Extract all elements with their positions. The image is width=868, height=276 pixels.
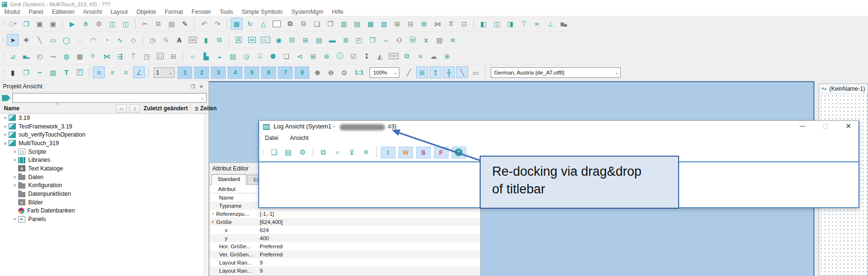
grid-layout-button[interactable]: ▦ <box>364 18 376 30</box>
log-scroll-end-button[interactable]: ⊻ <box>346 146 358 159</box>
layer-5-button[interactable]: 5 <box>244 66 259 79</box>
view-phone-button[interactable]: ▯ <box>130 105 140 113</box>
grid-snap-button[interactable]: ⊞ <box>416 66 428 78</box>
log-menu-datei[interactable]: Datei <box>265 135 278 141</box>
align-center-button[interactable]: ◫ <box>491 18 503 30</box>
expander-icon[interactable]: > <box>11 175 18 180</box>
vision-widget-button[interactable]: Ⓦ <box>407 34 418 46</box>
window-copy-button[interactable]: ⧉ <box>401 50 413 62</box>
flip-vertical-button[interactable]: ⧖ <box>445 18 457 30</box>
trend-chart-button[interactable]: ⊿ <box>7 50 19 62</box>
snap-diagonal-button[interactable]: ╲ <box>456 66 468 78</box>
flip-horizontal-button[interactable]: ⋈ <box>431 18 443 30</box>
log-window-titlebar[interactable]: Log Ansicht (System1 - #3) — ▢ ✕ <box>259 121 858 133</box>
ungroup-button[interactable]: ❒ <box>324 18 336 30</box>
slider-widget-button[interactable]: ⇔ <box>380 34 392 46</box>
attribute-value[interactable]: 624 <box>260 227 269 233</box>
text-tool-button[interactable]: A <box>173 34 185 46</box>
tree-item-panels[interactable]: >▶Panels <box>0 215 204 223</box>
tree-item-multitouch-319[interactable]: ∨MultiTouch_319 <box>0 139 204 148</box>
filter-severe-toggle[interactable]: S <box>416 147 431 159</box>
column-header-name[interactable]: Name <box>4 105 20 112</box>
menu-editieren[interactable]: Editieren <box>52 9 74 15</box>
save-button[interactable]: ▣ <box>33 18 45 30</box>
panel-nodes-button[interactable]: ◫ <box>120 18 132 30</box>
pin-tree-button[interactable]: ⍑ <box>127 50 139 62</box>
info-panel-button[interactable]: ⓘ <box>334 50 346 62</box>
expander-icon[interactable]: > <box>11 149 18 154</box>
tab-standard[interactable]: Standard <box>211 174 246 185</box>
filter-info-toggle[interactable]: I <box>381 147 396 159</box>
panel-user-button[interactable]: ◫ <box>106 18 118 30</box>
embedded-module-button[interactable]: ⧉ <box>213 34 225 46</box>
menu-simple-symbols[interactable]: Simple Symbols <box>242 9 283 15</box>
rows-layout-button[interactable]: ▧ <box>378 18 390 30</box>
menu-hilfe[interactable]: Hilfe <box>332 9 343 15</box>
tree-item-datenpunktlisten[interactable]: Datenpunktlisten <box>0 190 204 198</box>
menu-format[interactable]: Format <box>165 9 183 15</box>
zoom-select-button[interactable]: ⊙ <box>338 66 350 78</box>
redo-button[interactable]: ↷ <box>211 18 223 30</box>
toggle-widget-button[interactable]: ⊛ <box>320 50 332 62</box>
attribute-value[interactable]: 400 <box>260 235 269 241</box>
filter-flag-icon[interactable] <box>2 95 11 101</box>
network-tree-button[interactable]: ⇶ <box>114 50 126 62</box>
tree-item-konfiguration[interactable]: >Konfiguration <box>0 181 204 190</box>
expander-icon[interactable]: ∨ <box>209 220 216 224</box>
x-curve-widget-button[interactable]: x <box>420 34 432 46</box>
label-ab-cd-button[interactable]: AB <box>246 34 258 46</box>
node-slider-button[interactable]: ⊸ <box>47 50 59 62</box>
log-settings-gear-button[interactable]: ⚙ <box>297 146 309 159</box>
list-widget-button[interactable]: ≡ <box>414 50 426 62</box>
menu-tools[interactable]: Tools <box>220 9 233 15</box>
pump-widget-button[interactable]: ⍉ <box>160 34 172 46</box>
undo-button[interactable]: ↶ <box>198 18 210 30</box>
size-chart-button[interactable]: ▆▄ <box>558 18 570 30</box>
log-clear-button[interactable]: ✕ <box>360 146 373 159</box>
angle-tool-button[interactable]: ∠ <box>133 66 145 78</box>
attribute-value[interactable]: 9 <box>260 268 263 274</box>
label-a-button[interactable]: A <box>232 34 244 46</box>
attribute-row-referenzpu-[interactable]: >Referenzpu...[-1,-1] <box>209 210 480 218</box>
log-search-button[interactable]: ⌕ <box>331 146 344 159</box>
new-panel-button[interactable]: ▢+ <box>7 18 19 30</box>
mini-table-button[interactable]: ▦ <box>74 50 86 62</box>
pointer-tool-button[interactable]: ➤ <box>7 34 19 46</box>
checkbox-button[interactable]: ☒ <box>286 34 298 46</box>
grid-add-button[interactable]: ⊞ <box>391 18 403 30</box>
frame-widget-button[interactable]: ❐ <box>366 34 378 46</box>
layer-7-button[interactable]: 7 <box>278 66 293 79</box>
cut-button[interactable]: ✂ <box>139 18 151 30</box>
minimize-button[interactable]: — <box>797 122 808 130</box>
text-format-button[interactable]: T <box>60 66 72 78</box>
calendar-widget-button[interactable]: ⊟ <box>167 50 179 62</box>
expander-icon[interactable]: > <box>11 183 18 188</box>
color-swatch-button[interactable] <box>271 18 283 30</box>
align-middle-button[interactable]: ≍ <box>531 18 543 30</box>
polyline-tool-button[interactable]: ∿ <box>114 34 126 46</box>
grid-remove-button[interactable]: ⊟ <box>405 18 417 30</box>
zoom-navigator-button[interactable]: ◳ <box>141 50 153 62</box>
log-menu-ansicht[interactable]: Ansicht <box>290 135 308 141</box>
filter-warning-toggle[interactable]: W <box>398 147 413 159</box>
line-tool-button[interactable]: ╲ <box>33 34 45 46</box>
hatch-widget-button[interactable]: ▨ <box>433 34 445 46</box>
attribute-value[interactable]: [-1,-1] <box>260 211 274 217</box>
bar-chart-button[interactable]: ▅▂ <box>20 50 32 62</box>
noname-panel-titlebar[interactable]: (KeinName-1) <box>819 84 868 94</box>
schedule-calendar-button[interactable]: ▤ <box>227 50 239 62</box>
attribute-row-hor-gr-e-[interactable]: Hor. Größe...Preferred <box>209 242 480 250</box>
copy-button[interactable]: ⧉ <box>152 18 164 30</box>
text-box-format-button[interactable]: T <box>74 66 86 78</box>
grid-disable-button[interactable]: ⊠ <box>418 18 430 30</box>
prism-widget-button[interactable]: ◭ <box>374 50 386 62</box>
script-braces-button[interactable]: {·} <box>154 50 166 62</box>
tree-item-sub-verifytouchoperation[interactable]: >sub_verifyTouchOperation <box>0 130 204 139</box>
attribute-row-y[interactable]: y400 <box>209 234 480 242</box>
rotate-mode-button[interactable]: ↻ <box>244 18 256 30</box>
tree-item-libraries[interactable]: >Libraries <box>0 156 204 164</box>
settings-gear-button[interactable]: ⚙ <box>93 18 105 30</box>
close-panel-icon[interactable]: ✕ <box>197 83 206 90</box>
arc-tool-button[interactable]: ◠ <box>87 34 99 46</box>
expander-icon[interactable]: > <box>2 124 9 129</box>
